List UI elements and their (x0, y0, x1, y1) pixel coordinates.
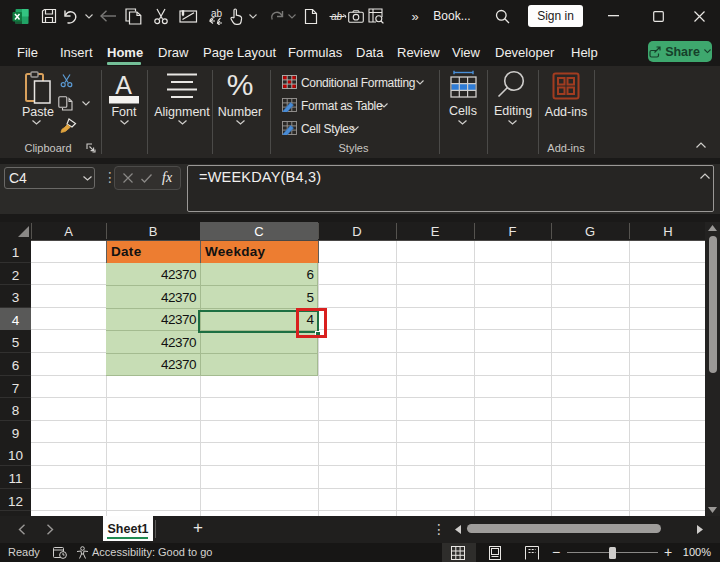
svg-text:A: A (115, 71, 132, 99)
